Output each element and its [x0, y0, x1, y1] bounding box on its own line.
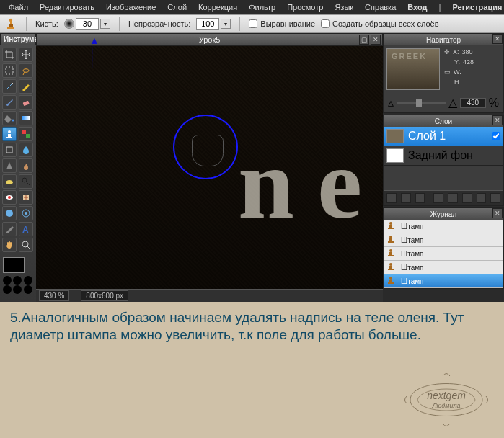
gradient-tool[interactable] — [19, 111, 33, 125]
clone-stamp-tool[interactable] — [2, 127, 17, 141]
brush-cursor — [192, 135, 224, 166]
history-row[interactable]: Штамп — [384, 261, 503, 274]
svg-rect-28 — [389, 280, 392, 282]
marquee-tool[interactable] — [2, 63, 17, 78]
dimensions-field: 800x600 px — [81, 290, 128, 301]
merge-button[interactable] — [433, 193, 443, 203]
svg-point-2 — [12, 83, 13, 84]
history-label: Штамп — [401, 277, 423, 285]
spot-heal-tool[interactable] — [19, 190, 33, 205]
login-link[interactable]: Вход — [402, 1, 433, 14]
layers-title[interactable]: Слои ✕ — [384, 115, 503, 127]
pencil-tool[interactable] — [19, 79, 33, 94]
layer-row[interactable]: Слой 1 — [384, 127, 503, 146]
menu-image[interactable]: Изображение — [100, 1, 162, 14]
history-row[interactable]: Штамп — [384, 247, 503, 261]
flatten-button[interactable] — [448, 193, 458, 203]
svg-rect-8 — [26, 134, 30, 138]
svg-text:A: A — [22, 225, 29, 234]
layer-visibility[interactable] — [492, 132, 500, 140]
brush-size-input[interactable] — [76, 18, 99, 30]
mask-button[interactable] — [401, 193, 411, 203]
draw-tool[interactable] — [2, 143, 17, 157]
smudge-tool[interactable] — [19, 158, 33, 173]
brush-preview[interactable] — [64, 19, 74, 29]
eyedropper-tool[interactable] — [2, 222, 17, 236]
bloat-tool[interactable] — [2, 206, 17, 220]
menu-view[interactable]: Просмотр — [281, 1, 329, 14]
layer-row[interactable]: Задний фон — [384, 146, 503, 166]
brush-size-dropdown[interactable]: ▾ — [100, 19, 110, 29]
brush-tool[interactable] — [2, 95, 17, 110]
nav-zoom-input[interactable] — [460, 98, 486, 108]
menu-layer[interactable]: Слой — [162, 1, 193, 14]
toolbox: Инструмен — [0, 33, 36, 302]
sharpen-tool[interactable] — [2, 158, 17, 173]
history-label: Штамп — [401, 223, 423, 231]
wand-tool[interactable] — [2, 79, 17, 94]
type-tool[interactable]: A — [19, 222, 33, 236]
duplicate-button[interactable] — [415, 193, 425, 203]
layer-thumbnail[interactable] — [386, 129, 404, 143]
maximize-button[interactable]: ▢ — [359, 35, 369, 45]
sample-check-input[interactable] — [321, 19, 330, 28]
new-layer-button[interactable] — [386, 193, 397, 203]
history-label: Штамп — [401, 236, 423, 244]
navigator-thumbnail[interactable]: GREEK — [386, 48, 440, 90]
zoom-slider[interactable] — [397, 102, 446, 104]
redeye-tool[interactable] — [2, 190, 17, 205]
color-swatch[interactable] — [3, 257, 25, 273]
x-label: X: — [453, 48, 459, 55]
replace-color-tool[interactable] — [19, 127, 33, 141]
zoom-out-icon[interactable]: ▵ — [388, 96, 394, 110]
history-row[interactable]: Штамп — [384, 220, 503, 233]
zoom-in-icon[interactable]: △ — [448, 96, 457, 110]
delete-layer-button[interactable] — [490, 193, 500, 203]
menu-adjust[interactable]: Коррекция — [193, 1, 243, 14]
layer-thumbnail[interactable] — [386, 148, 404, 163]
canvas-viewport[interactable]: n e — [36, 46, 383, 289]
history-row[interactable]: Штамп — [384, 274, 503, 288]
menu-edit[interactable]: Редактировать — [34, 1, 100, 14]
svg-rect-1 — [6, 67, 13, 74]
register-link[interactable]: Регистрация — [447, 1, 504, 14]
menu-file[interactable]: Файл — [3, 1, 34, 14]
sample-all-checkbox[interactable]: Создать образцы всех слоёв — [321, 19, 438, 28]
brush-presets[interactable] — [3, 276, 33, 294]
history-row[interactable]: Штамп — [384, 233, 503, 247]
menu-help[interactable]: Справка — [359, 1, 402, 14]
canvas-titlebar[interactable]: Урок5 ▢ ✕ — [36, 33, 383, 46]
opacity-input[interactable] — [196, 18, 219, 30]
svg-rect-5 — [22, 116, 30, 120]
crop-tool[interactable] — [2, 48, 17, 62]
pinch-tool[interactable] — [19, 206, 33, 220]
history-title[interactable]: Журнал ✕ — [384, 208, 503, 220]
zoom-field[interactable]: 430 % — [39, 290, 69, 301]
dodge-tool[interactable] — [19, 174, 33, 189]
sponge-tool[interactable] — [2, 174, 17, 189]
menu-lang[interactable]: Язык — [329, 1, 359, 14]
align-check-input[interactable] — [249, 19, 257, 28]
close-icon[interactable]: ✕ — [492, 115, 503, 125]
close-icon[interactable]: ✕ — [492, 34, 503, 44]
bucket-tool[interactable] — [2, 111, 17, 125]
menu-filter[interactable]: Фильтр — [243, 1, 281, 14]
svg-rect-24 — [389, 252, 392, 255]
sample-label: Создать образцы всех слоёв — [332, 19, 438, 28]
hand-tool[interactable] — [2, 238, 17, 252]
blur-tool[interactable] — [19, 143, 33, 157]
eraser-tool[interactable] — [19, 95, 33, 110]
opacity-dropdown[interactable]: ▾ — [221, 19, 231, 29]
move-down-button[interactable] — [477, 193, 487, 203]
close-icon[interactable]: ✕ — [492, 208, 503, 218]
lasso-tool[interactable] — [19, 63, 33, 78]
canvas-content: n — [238, 125, 294, 241]
zoom-tool[interactable] — [19, 238, 33, 252]
close-button[interactable]: ✕ — [371, 35, 381, 45]
navigator-title[interactable]: Навигатор ✕ — [384, 34, 503, 45]
move-tool[interactable] — [19, 48, 33, 62]
align-checkbox[interactable]: Выравнивание — [249, 19, 315, 28]
stamp-icon — [386, 221, 397, 231]
stamp-icon — [386, 262, 397, 272]
move-up-button[interactable] — [462, 193, 472, 203]
